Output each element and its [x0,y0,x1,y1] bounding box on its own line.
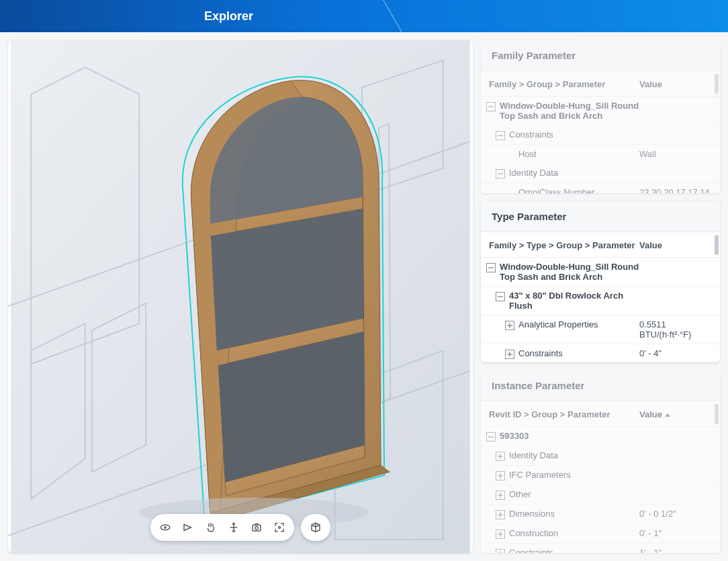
family-parameter-panel: Family Parameter Family > Group > Parame… [481,40,720,193]
type-name-row[interactable]: 43" x 80" Dbl Rowlock Arch Flush [481,287,720,315]
expand-icon[interactable] [496,491,505,500]
collapse-icon[interactable] [486,263,496,272]
col-parameter: Family > Group > Parameter [489,79,639,89]
col-parameter: Family > Type > Group > Parameter [489,240,639,250]
cube-icon[interactable] [305,517,326,538]
col-parameter: Revit ID > Group > Parameter [489,409,639,419]
col-value[interactable]: Value [639,409,712,419]
svg-point-5 [255,527,259,530]
expand-icon[interactable] [496,510,505,519]
group-constraints[interactable]: Constraints 0' - 4" [481,344,720,362]
tree-root[interactable]: Window-Double-Hung_Sill Round Top Sash a… [481,97,720,125]
collapse-icon[interactable] [486,102,496,111]
family-panel-title: Family Parameter [481,40,720,71]
svg-rect-4 [253,525,261,531]
main-content: Family Parameter Family > Group > Parame… [0,32,728,561]
tool-group-main [150,514,294,541]
collapse-icon[interactable] [496,292,505,301]
svg-point-3 [165,527,166,528]
param-host[interactable]: Host Wall [481,145,720,164]
type-grid-header: Family > Type > Group > Parameter Value [481,232,720,258]
expand-icon[interactable] [496,471,505,480]
collapse-icon[interactable] [496,169,505,178]
right-panels: Family Parameter Family > Group > Parame… [481,40,720,553]
type-parameter-panel: Type Parameter Family > Type > Group > P… [481,201,720,362]
tree-root[interactable]: 593303 [481,427,720,446]
tool-group-cube [301,514,330,541]
expand-icon[interactable] [505,321,514,330]
camera-icon[interactable] [246,517,267,538]
instance-panel-title: Instance Parameter [481,370,720,401]
viewport-3d[interactable] [8,40,473,553]
group-constraints[interactable]: Constraints 1' - 1" [481,544,720,553]
family-root-label: Window-Double-Hung_Sill Round Top Sash a… [500,101,639,121]
collapse-icon[interactable] [486,432,496,442]
viewport-card[interactable] [8,40,473,553]
param-omniclass[interactable]: OmniClass Number 23.30.20.17.17.14 [481,183,720,193]
type-panel-title: Type Parameter [481,201,720,232]
expand-icon[interactable] [496,529,505,539]
sort-asc-icon [665,413,670,417]
axis-icon[interactable] [223,517,244,538]
viewport-toolbar [150,514,330,541]
pan-icon[interactable] [200,517,222,538]
group-analytical[interactable]: Analytical Properties 0.5511 BTU/(h·ft²·… [481,315,720,344]
group-construction[interactable]: Construction 0' - 1" [481,524,720,544]
group-constraints[interactable]: Constraints [481,125,720,145]
app-title: Explorer [204,9,253,23]
svg-point-6 [279,527,281,529]
expand-icon[interactable] [496,549,505,553]
group-dimensions[interactable]: Dimensions 0' - 0 1/2" [481,505,720,524]
instance-grid-header: Revit ID > Group > Parameter Value [481,401,720,427]
group-identity[interactable]: Identity Data [481,164,720,183]
type-panel-body[interactable]: Family > Type > Group > Parameter Value … [481,232,720,362]
family-panel-body[interactable]: Family > Group > Parameter Value Window-… [481,71,720,193]
collapse-icon[interactable] [496,131,505,140]
walk-icon[interactable] [177,517,199,538]
app-header: Explorer [0,0,728,32]
group-ifc[interactable]: IFC Parameters [481,466,720,485]
orbit-icon[interactable] [154,517,176,538]
col-value: Value [639,79,712,89]
expand-icon[interactable] [505,350,514,359]
type-root-label: Window-Double-Hung_Sill Round Top Sash a… [500,262,639,282]
instance-parameter-panel: Instance Parameter Revit ID > Group > Pa… [481,370,720,553]
tree-root[interactable]: Window-Double-Hung_Sill Round Top Sash a… [481,258,720,287]
group-other[interactable]: Other [481,485,720,505]
col-value: Value [639,240,712,250]
group-identity[interactable]: Identity Data [481,446,720,466]
fit-icon[interactable] [269,517,290,538]
expand-icon[interactable] [496,452,505,461]
family-grid-header: Family > Group > Parameter Value [481,71,720,97]
instance-panel-body[interactable]: Revit ID > Group > Parameter Value 59330… [481,401,720,553]
